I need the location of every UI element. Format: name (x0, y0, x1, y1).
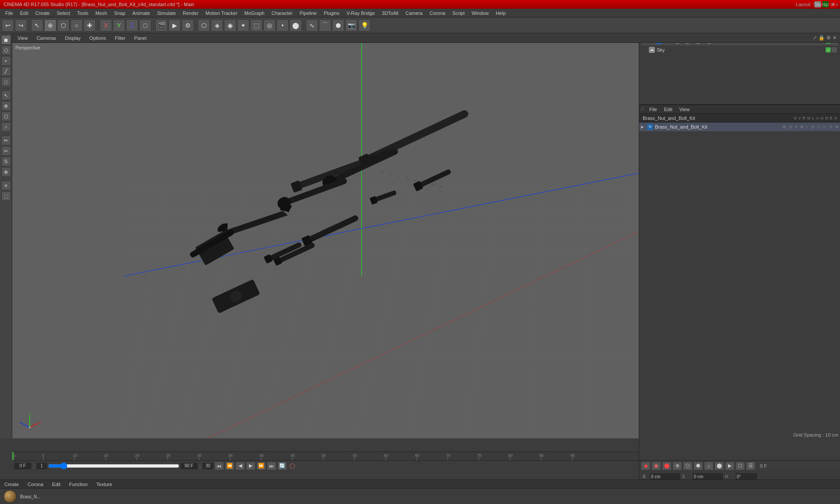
menu-character[interactable]: Character (268, 10, 296, 17)
left-pen[interactable]: ✏ (1, 136, 11, 145)
menu-edit[interactable]: Edit (17, 10, 32, 17)
render-active-button[interactable]: ▶ (725, 462, 735, 470)
toolbar-spline1[interactable]: ∿ (306, 19, 318, 32)
vp-lock-icon[interactable]: 🔒 (819, 35, 825, 41)
fps-display-button[interactable]: ☰ (746, 462, 756, 470)
left-edge-mode[interactable]: ╱ (1, 66, 11, 76)
menu-camera[interactable]: Camera (402, 10, 426, 17)
vp-menu-cameras[interactable]: Cameras (35, 35, 58, 41)
toolbar-obj8[interactable]: ⬤ (290, 19, 302, 32)
menu-simulate[interactable]: Simulate (154, 10, 179, 17)
menu-snap[interactable]: Snap (111, 10, 129, 17)
toolbar-obj3[interactable]: ◉ (224, 19, 236, 32)
timeline-scrubber[interactable] (48, 463, 179, 469)
menu-mesh[interactable]: Mesh (92, 10, 111, 17)
attr-icon-g[interactable]: ⬡ (817, 125, 821, 129)
toolbar-obj5[interactable]: ⬚ (250, 19, 262, 32)
left-move[interactable]: ⊕ (1, 101, 11, 111)
end-frame-input[interactable] (180, 462, 198, 469)
loop-button[interactable]: 🔄 (277, 462, 287, 470)
attr-icon-m[interactable]: ⊞ (800, 125, 804, 129)
obj-lock-3[interactable] (832, 47, 837, 52)
toolbar-z-axis[interactable]: Z (126, 19, 138, 32)
anim-record-button[interactable]: ◉ (651, 462, 661, 470)
attr-icon-a[interactable]: ◎ (811, 125, 815, 129)
material-preview[interactable] (4, 490, 17, 503)
obj-vis-3[interactable]: ✓ (826, 47, 831, 52)
menu-vray[interactable]: V-Ray Bridge (343, 10, 378, 17)
goto-start-button[interactable]: ⏮ (214, 462, 224, 470)
next-frame-button[interactable]: ⏩ (256, 462, 266, 470)
menu-tools[interactable]: Tools (74, 10, 92, 17)
attr-icon-e[interactable]: ⊙ (829, 125, 833, 129)
toolbar-rotate[interactable]: ○ (70, 19, 83, 32)
obj-row-sky[interactable]: ☁ Sky ✓ (641, 46, 839, 54)
toolbar-deformer[interactable]: ⬢ (332, 19, 344, 32)
mat-tab-function[interactable]: Function (66, 481, 90, 488)
ang-h-input[interactable] (735, 473, 757, 480)
menu-file[interactable]: File (2, 10, 17, 17)
left-layers[interactable]: ≡ (1, 181, 11, 190)
vp-close-icon[interactable]: ✕ (833, 35, 836, 41)
toolbar-redo[interactable]: ↪ (15, 19, 27, 32)
rot-x-input[interactable] (693, 473, 723, 480)
toolbar-move[interactable]: ⊕ (44, 19, 56, 32)
rot-key-button[interactable]: ○ (704, 462, 714, 470)
prev-frame-button[interactable]: ⏪ (225, 462, 234, 470)
goto-end-button[interactable]: ⏭ (267, 462, 276, 470)
menu-motion-tracker[interactable]: Motion Tracker (202, 10, 241, 17)
attr-icon-d[interactable]: ▷ (823, 125, 826, 129)
menu-script[interactable]: Script (449, 10, 468, 17)
toolbar-world-mode[interactable]: □ (139, 19, 151, 32)
toolbar-live-select[interactable]: ↖ (31, 19, 43, 32)
toolbar-x-axis[interactable]: X (100, 19, 112, 32)
vp-menu-options[interactable]: Options (88, 35, 108, 41)
toolbar-obj7[interactable]: • (276, 19, 289, 32)
attr-icon-v[interactable]: ⊡ (789, 125, 792, 129)
toolbar-obj2[interactable]: ◈ (211, 19, 223, 32)
left-poly-mode[interactable]: □ (1, 77, 11, 87)
toolbar-render-region[interactable]: 🎬 (155, 19, 168, 32)
menu-create[interactable]: Create (32, 10, 53, 17)
vp-menu-filter[interactable]: Filter (113, 35, 127, 41)
toolbar-light[interactable]: 💡 (358, 19, 371, 32)
left-sculpt[interactable]: ⊕ (1, 167, 11, 177)
attr-menu-view[interactable]: View (678, 106, 692, 113)
left-render-region[interactable]: ⬚ (1, 191, 11, 201)
toolbar-obj4[interactable]: ✦ (237, 19, 249, 32)
toolbar-render-view[interactable]: ▶ (168, 19, 181, 32)
left-point-mode[interactable]: • (1, 56, 11, 66)
pla-key-button[interactable]: ⬤ (714, 462, 724, 470)
attr-icon-s[interactable]: ⊞ (783, 125, 786, 129)
left-knife[interactable]: ✂ (1, 146, 11, 156)
scale-key-button[interactable]: ⬢ (693, 462, 703, 470)
attr-icon-l[interactable]: ○ (806, 125, 808, 129)
menu-animate[interactable]: Animate (129, 10, 154, 17)
render-all-button[interactable]: ⬡ (735, 462, 745, 470)
left-select[interactable]: ↖ (1, 91, 11, 100)
vp-menu-view[interactable]: View (16, 35, 30, 41)
attr-icon-r[interactable]: ≡ (795, 125, 797, 129)
fps-input[interactable] (203, 462, 214, 469)
toolbar-obj1[interactable]: ⬡ (198, 19, 210, 32)
attr-icon-x[interactable]: ⊛ (835, 125, 839, 129)
toolbar-y-axis[interactable]: Y (113, 19, 125, 32)
left-scale[interactable]: ⬡ (1, 112, 11, 121)
menu-select[interactable]: Select (53, 10, 74, 17)
attr-sel-expand[interactable]: ▶ (641, 125, 645, 129)
toolbar-spline2[interactable]: ⌒ (319, 19, 331, 32)
record-button[interactable]: ⏺ (641, 462, 651, 470)
mat-tab-texture[interactable]: Texture (94, 481, 115, 488)
left-rotate[interactable]: ○ (1, 122, 11, 132)
left-mesh-mode[interactable]: ⬡ (1, 46, 11, 55)
toolbar-transform[interactable]: ✚ (84, 19, 96, 32)
play-rev-button[interactable]: ◀ (235, 462, 245, 470)
mat-tab-create[interactable]: Create (2, 481, 21, 488)
pos-x-input[interactable] (650, 473, 680, 480)
timeline-ruler[interactable]: 0 5 10 15 20 25 30 35 40 (12, 452, 639, 460)
toolbar-obj6[interactable]: ◎ (263, 19, 276, 32)
attr-selected-row[interactable]: ▶ N Brass_Nut_and_Bolt_Kit ⊞ ⊡ ≡ ⊞ ○ ◎ ⬡… (639, 122, 840, 131)
vp-settings-icon[interactable]: ⚙ (826, 35, 831, 41)
menu-corona[interactable]: Corona (426, 10, 449, 17)
toolbar-render-settings[interactable]: ⚙ (182, 19, 194, 32)
